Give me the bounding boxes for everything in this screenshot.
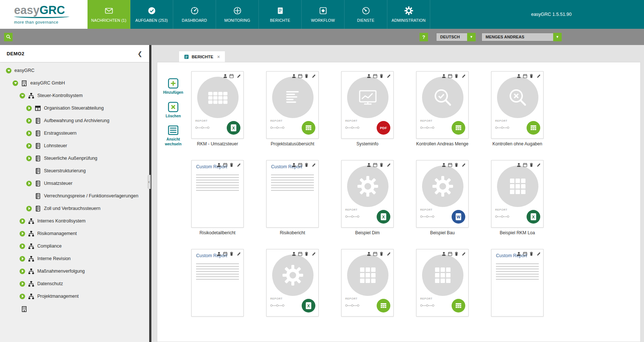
report-card[interactable]: REPORT [491,71,544,139]
delete-icon[interactable] [454,252,459,256]
report-card[interactable]: REPORT X [491,160,544,228]
sidebar-item-steuer-kontrollsystem[interactable]: Steuer-Kontrollsystem [0,89,149,102]
delete-icon[interactable] [229,252,234,256]
calendar-icon[interactable] [298,163,302,167]
edit-icon[interactable] [537,74,541,78]
language-value[interactable]: DEUTSCH [436,33,467,41]
nav-tab-aufgaben-253[interactable]: AUFGABEN (253) [130,0,173,29]
expand-arrow-icon[interactable] [20,93,25,99]
sidebar-item-steuerliche-außenprüfung[interactable]: Steuerliche Außenprüfung [0,152,149,165]
assign-user-icon[interactable] [367,252,371,256]
assign-user-icon[interactable] [442,252,446,256]
report-card[interactable]: REPORT [266,71,319,139]
assign-user-icon[interactable] [292,74,296,78]
sidebar-item-easygrc-gmbh[interactable]: easyGRC GmbH [0,77,149,89]
close-tab-icon[interactable]: × [217,54,220,60]
calendar-icon[interactable] [448,252,452,256]
search-button[interactable] [4,33,13,41]
delete-icon[interactable] [379,252,384,256]
nav-tab-administration[interactable]: ADMINISTRATION [387,0,430,29]
assign-user-icon[interactable] [517,252,521,256]
delete-icon[interactable] [454,163,459,167]
assign-user-icon[interactable] [367,74,371,78]
report-card[interactable]: REPORT X [341,160,394,228]
expand-arrow-icon[interactable] [20,269,25,274]
help-button[interactable]: ? [419,33,428,41]
edit-icon[interactable] [537,163,541,167]
assign-user-icon[interactable] [517,74,521,78]
sidebar-item-easygrc[interactable]: easyGRC [0,64,149,77]
switch-view-button[interactable]: Ansicht wechseln [162,125,185,146]
calendar-icon[interactable] [229,74,234,78]
delete-report-button[interactable]: Löschen [162,101,185,119]
delete-icon[interactable] [304,163,309,167]
collapse-sidebar-icon[interactable]: ❮ [137,50,143,57]
user-value[interactable]: MENGES ANDREAS [482,33,553,41]
expand-arrow-icon[interactable] [26,118,32,124]
nav-tab-nachrichten-1[interactable]: NACHRICHTEN (1) [88,0,130,29]
sidebar-item-projektmanagement[interactable]: Projektmanagement [0,290,149,303]
calendar-icon[interactable] [373,163,377,167]
expand-arrow-icon[interactable] [6,68,11,73]
report-card[interactable]: REPORT PDF [341,71,394,139]
custom-report-card[interactable]: Custom Report [191,249,244,317]
edit-icon[interactable] [312,252,316,256]
nav-tab-berichte[interactable]: BERICHTE [259,0,302,29]
add-report-button[interactable]: Hinzufügen [162,76,185,95]
expand-arrow-icon[interactable] [26,206,32,211]
nav-tab-dashboard[interactable]: DASHBOARD [173,0,216,29]
calendar-icon[interactable] [298,74,302,78]
expand-arrow-icon[interactable] [26,156,32,161]
language-caret-button[interactable]: ▼ [467,33,476,41]
calendar-icon[interactable] [523,74,527,78]
custom-report-card[interactable]: Custom Report [191,160,244,228]
assign-user-icon[interactable] [217,163,221,167]
sidebar-item-aufbewahrung-und-archivierung[interactable]: Aufbewahrung und Archivierung [0,114,149,127]
delete-icon[interactable] [379,163,384,167]
delete-icon[interactable] [529,252,534,256]
calendar-icon[interactable] [448,163,452,167]
sidebar-item-steuerstrukturierung[interactable]: Steuerstrukturierung [0,165,149,177]
delete-icon[interactable] [304,252,309,256]
nav-tab-dienste[interactable]: DIENSTE [345,0,387,29]
calendar-icon[interactable] [373,74,377,78]
sidebar-item[interactable] [0,303,149,315]
edit-icon[interactable] [312,74,316,78]
report-card[interactable]: REPORT [416,249,469,317]
sidebar-item-risikomanagement[interactable]: Risikomanagement [0,227,149,240]
calendar-icon[interactable] [223,163,227,167]
delete-icon[interactable] [379,74,384,78]
nav-tab-monitoring[interactable]: MONITORING [216,0,259,29]
assign-user-icon[interactable] [223,74,227,78]
tab-berichte[interactable]: BERICHTE × [179,51,225,62]
assign-user-icon[interactable] [292,252,296,256]
delete-icon[interactable] [529,163,534,167]
assign-user-icon[interactable] [217,252,221,256]
custom-report-card[interactable]: Custom Report [491,249,544,317]
sidebar-item-internes-kontrollsystem[interactable]: Internes Kontrollsystem [0,215,149,227]
calendar-icon[interactable] [523,252,527,256]
report-card[interactable]: REPORT W [416,160,469,228]
edit-icon[interactable] [237,163,241,167]
sidebar-item-maßnahmenverfolgung[interactable]: Maßnahmenverfolgung [0,265,149,277]
edit-icon[interactable] [237,74,241,78]
expand-arrow-icon[interactable] [20,294,25,299]
expand-arrow-icon[interactable] [26,143,32,149]
sidebar-item-datenschutz[interactable]: Datenschutz [0,277,149,290]
edit-icon[interactable] [462,252,466,256]
expand-arrow-icon[interactable] [20,256,25,262]
delete-icon[interactable] [229,163,234,167]
edit-icon[interactable] [387,74,391,78]
custom-report-card[interactable]: Custom Report [266,160,319,228]
edit-icon[interactable] [462,74,466,78]
nav-tab-workflow[interactable]: WORKFLOW [302,0,345,29]
edit-icon[interactable] [387,252,391,256]
edit-icon[interactable] [237,252,241,256]
edit-icon[interactable] [387,163,391,167]
assign-user-icon[interactable] [442,74,446,78]
expand-arrow-icon[interactable] [20,243,25,249]
expand-arrow-icon[interactable] [13,80,18,86]
expand-arrow-icon[interactable] [20,281,25,287]
splitter-handle[interactable] [147,175,151,189]
calendar-icon[interactable] [373,252,377,256]
